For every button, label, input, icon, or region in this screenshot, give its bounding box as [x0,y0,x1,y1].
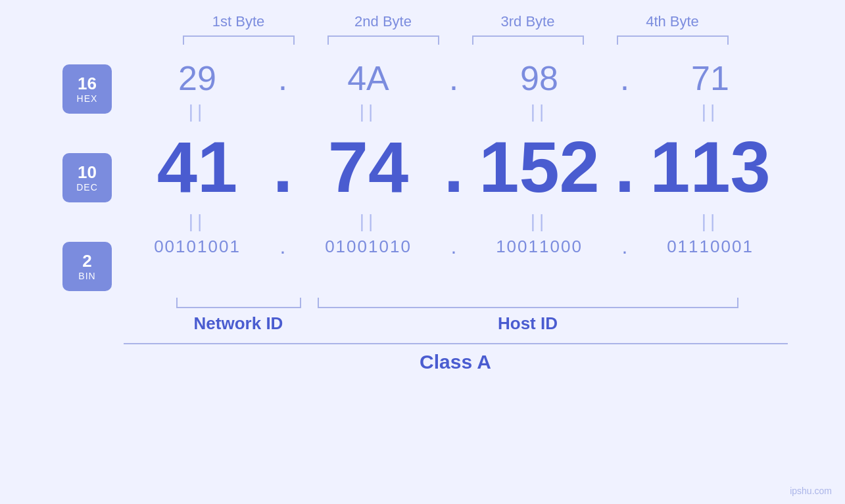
eq2-cell-2: || [296,211,441,232]
hex-value-1: 29 [178,59,216,97]
dec-cell-2: 74 [296,131,441,203]
byte-label-1: 1st Byte [166,13,311,30]
bin-cell-4: 01110001 [638,237,783,257]
top-brackets-row [59,35,845,45]
network-bracket [176,298,301,308]
dec-dot-3: . [612,125,638,208]
host-id-label: Host ID [498,313,558,334]
byte-label-3: 3rd Byte [456,13,600,30]
eq-cell-1: || [125,101,270,122]
main-container: 1st Byte 2nd Byte 3rd Byte 4th Byte 16 H… [0,0,845,504]
bracket-top-4 [617,35,729,45]
dec-cell-3: 152 [467,131,612,203]
eq2-cell-3: || [467,211,612,232]
bin-cell-3: 10011000 [467,237,612,257]
bracket-3 [456,35,600,45]
bracket-4 [600,35,745,45]
hex-value-3: 98 [520,59,558,97]
eq-cell-2: || [296,101,441,122]
bracket-top-1 [183,35,295,45]
class-label: Class A [420,351,491,373]
dec-value-4: 113 [650,126,771,207]
hex-dot-2: . [441,58,467,98]
eq-cell-4: || [638,101,783,122]
dec-dot-1: . [270,125,296,208]
hex-base-name: HEX [77,93,98,104]
bin-value-2: 01001010 [325,237,412,256]
bracket-top-2 [327,35,439,45]
hex-cell-1: 29 [125,58,270,99]
bracket-top-3 [472,35,584,45]
bin-value-1: 00101001 [154,237,241,256]
equals-row-1: || || || || [125,101,783,122]
hex-badge: 16 HEX [62,64,112,114]
hex-value-4: 71 [691,59,729,97]
bin-value-4: 01110001 [667,237,754,256]
bin-dot-1: . [270,235,296,259]
eq2-cell-4: || [638,211,783,232]
dec-value-3: 152 [479,126,600,207]
dec-cell-1: 41 [125,131,270,203]
bin-base-number: 2 [82,252,91,271]
bottom-section: Network ID Host ID [59,298,845,334]
class-line [124,343,788,344]
hex-row: 29 . 4A . 98 . 71 [125,58,783,99]
bin-value-3: 10011000 [496,237,583,256]
base-labels: 16 HEX 10 DEC 2 BIN [62,64,112,291]
host-bracket [318,298,738,308]
dec-row: 41 . 74 . 152 . 113 [125,125,783,208]
bin-row: 00101001 . 01001010 . 10011000 . [125,235,783,259]
bin-badge: 2 BIN [62,242,112,291]
dec-dot-2: . [441,125,467,208]
bin-base-name: BIN [78,271,95,281]
eq-cell-3: || [467,101,612,122]
hex-cell-4: 71 [638,58,783,99]
values-grid: 29 . 4A . 98 . 71 [125,58,783,259]
class-row: Class A [59,343,845,373]
dec-cell-4: 113 [638,131,783,203]
dec-value-1: 41 [157,126,237,207]
dec-base-number: 10 [78,163,97,182]
byte-labels-row: 1st Byte 2nd Byte 3rd Byte 4th Byte [59,13,845,30]
hex-value-2: 4A [347,59,389,97]
hex-cell-3: 98 [467,58,612,99]
eq2-cell-1: || [125,211,270,232]
hex-cell-2: 4A [296,58,441,99]
host-id-section: Host ID [298,298,758,334]
content-area: 16 HEX 10 DEC 2 BIN 29 . [26,58,819,291]
bracket-2 [311,35,456,45]
dec-badge: 10 DEC [62,153,112,202]
bracket-1 [166,35,311,45]
bin-cell-1: 00101001 [125,237,270,257]
hex-dot-3: . [612,58,638,98]
hex-dot-1: . [270,58,296,98]
bin-cell-2: 01001010 [296,237,441,257]
hex-base-number: 16 [78,74,97,93]
byte-label-2: 2nd Byte [311,13,456,30]
bin-dot-3: . [612,235,638,259]
dec-value-2: 74 [328,126,408,207]
equals-row-2: || || || || [125,211,783,232]
bin-dot-2: . [441,235,467,259]
network-id-label: Network ID [194,313,283,334]
watermark: ipshu.com [790,486,832,496]
byte-label-4: 4th Byte [600,13,745,30]
dec-base-name: DEC [76,182,98,193]
